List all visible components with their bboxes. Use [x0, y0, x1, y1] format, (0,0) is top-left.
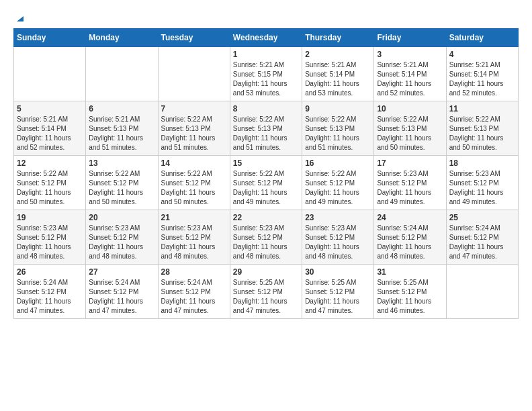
calendar-cell: 16Sunrise: 5:22 AMSunset: 5:12 PMDayligh… [302, 156, 374, 210]
day-number: 10 [377, 104, 443, 113]
day-number: 5 [17, 104, 83, 113]
calendar-cell: 23Sunrise: 5:23 AMSunset: 5:12 PMDayligh… [302, 210, 374, 265]
weekday-header-tuesday: Tuesday [158, 29, 230, 47]
calendar-cell: 20Sunrise: 5:23 AMSunset: 5:12 PMDayligh… [86, 210, 158, 265]
calendar-cell [14, 47, 86, 101]
calendar-cell: 2Sunrise: 5:21 AMSunset: 5:14 PMDaylight… [302, 47, 374, 101]
day-number: 8 [233, 104, 299, 113]
weekday-header-row: SundayMondayTuesdayWednesdayThursdayFrid… [14, 29, 519, 47]
weekday-header-wednesday: Wednesday [230, 29, 302, 47]
day-info: Sunrise: 5:23 AMSunset: 5:12 PMDaylight:… [233, 224, 299, 261]
calendar-cell: 27Sunrise: 5:24 AMSunset: 5:12 PMDayligh… [86, 265, 158, 319]
day-info: Sunrise: 5:21 AMSunset: 5:15 PMDaylight:… [233, 60, 299, 98]
day-number: 20 [89, 213, 154, 222]
svg-marker-0 [17, 16, 24, 21]
day-number: 1 [233, 50, 299, 59]
day-number: 4 [449, 50, 515, 59]
day-info: Sunrise: 5:22 AMSunset: 5:12 PMDaylight:… [161, 169, 227, 207]
calendar-cell: 1Sunrise: 5:21 AMSunset: 5:15 PMDaylight… [230, 47, 302, 101]
day-number: 9 [305, 104, 371, 113]
calendar-cell: 12Sunrise: 5:22 AMSunset: 5:12 PMDayligh… [14, 156, 86, 210]
day-number: 25 [449, 213, 515, 222]
week-row-5: 26Sunrise: 5:24 AMSunset: 5:12 PMDayligh… [14, 265, 519, 319]
calendar-cell: 24Sunrise: 5:24 AMSunset: 5:12 PMDayligh… [374, 210, 446, 265]
day-info: Sunrise: 5:25 AMSunset: 5:12 PMDaylight:… [377, 278, 443, 316]
day-info: Sunrise: 5:22 AMSunset: 5:12 PMDaylight:… [89, 169, 154, 207]
weekday-header-thursday: Thursday [302, 29, 374, 47]
day-info: Sunrise: 5:23 AMSunset: 5:12 PMDaylight:… [89, 224, 154, 261]
weekday-header-sunday: Sunday [14, 29, 86, 47]
calendar-cell [158, 47, 230, 101]
day-info: Sunrise: 5:22 AMSunset: 5:12 PMDaylight:… [17, 169, 83, 207]
day-info: Sunrise: 5:24 AMSunset: 5:12 PMDaylight:… [377, 224, 443, 261]
calendar-cell: 8Sunrise: 5:22 AMSunset: 5:13 PMDaylight… [230, 101, 302, 156]
day-info: Sunrise: 5:22 AMSunset: 5:13 PMDaylight:… [449, 115, 515, 152]
weekday-header-monday: Monday [86, 29, 158, 47]
day-info: Sunrise: 5:23 AMSunset: 5:12 PMDaylight:… [305, 224, 371, 261]
day-info: Sunrise: 5:23 AMSunset: 5:12 PMDaylight:… [377, 169, 443, 207]
calendar-cell: 29Sunrise: 5:25 AMSunset: 5:12 PMDayligh… [230, 265, 302, 319]
day-info: Sunrise: 5:22 AMSunset: 5:12 PMDaylight:… [233, 169, 299, 207]
calendar-cell: 9Sunrise: 5:22 AMSunset: 5:13 PMDaylight… [302, 101, 374, 156]
day-number: 11 [449, 104, 515, 113]
day-info: Sunrise: 5:21 AMSunset: 5:14 PMDaylight:… [305, 60, 371, 98]
day-number: 27 [89, 267, 154, 277]
day-info: Sunrise: 5:21 AMSunset: 5:14 PMDaylight:… [449, 60, 515, 98]
day-info: Sunrise: 5:23 AMSunset: 5:12 PMDaylight:… [161, 224, 227, 261]
day-info: Sunrise: 5:23 AMSunset: 5:12 PMDaylight:… [17, 224, 83, 261]
day-info: Sunrise: 5:21 AMSunset: 5:13 PMDaylight:… [89, 115, 154, 152]
calendar-cell: 17Sunrise: 5:23 AMSunset: 5:12 PMDayligh… [374, 156, 446, 210]
day-number: 12 [17, 158, 83, 168]
day-number: 28 [161, 267, 227, 277]
day-info: Sunrise: 5:24 AMSunset: 5:12 PMDaylight:… [449, 224, 515, 261]
day-number: 30 [305, 267, 371, 277]
day-info: Sunrise: 5:22 AMSunset: 5:12 PMDaylight:… [305, 169, 371, 207]
day-number: 24 [377, 213, 443, 222]
day-info: Sunrise: 5:24 AMSunset: 5:12 PMDaylight:… [17, 278, 83, 316]
logo [13, 13, 25, 21]
calendar-cell: 26Sunrise: 5:24 AMSunset: 5:12 PMDayligh… [14, 265, 86, 319]
day-number: 2 [305, 50, 371, 59]
day-info: Sunrise: 5:25 AMSunset: 5:12 PMDaylight:… [305, 278, 371, 316]
calendar-cell: 4Sunrise: 5:21 AMSunset: 5:14 PMDaylight… [446, 47, 518, 101]
day-info: Sunrise: 5:21 AMSunset: 5:14 PMDaylight:… [17, 115, 83, 152]
day-number: 21 [161, 213, 227, 222]
weekday-header-saturday: Saturday [446, 29, 518, 47]
calendar-cell: 22Sunrise: 5:23 AMSunset: 5:12 PMDayligh… [230, 210, 302, 265]
calendar-cell: 13Sunrise: 5:22 AMSunset: 5:12 PMDayligh… [86, 156, 158, 210]
day-number: 15 [233, 158, 299, 168]
day-info: Sunrise: 5:22 AMSunset: 5:13 PMDaylight:… [161, 115, 227, 152]
calendar-cell [446, 265, 518, 319]
day-info: Sunrise: 5:22 AMSunset: 5:13 PMDaylight:… [305, 115, 371, 152]
calendar-cell: 11Sunrise: 5:22 AMSunset: 5:13 PMDayligh… [446, 101, 518, 156]
calendar-cell: 19Sunrise: 5:23 AMSunset: 5:12 PMDayligh… [14, 210, 86, 265]
day-info: Sunrise: 5:24 AMSunset: 5:12 PMDaylight:… [161, 278, 227, 316]
day-info: Sunrise: 5:24 AMSunset: 5:12 PMDaylight:… [89, 278, 154, 316]
day-number: 17 [377, 158, 443, 168]
calendar-cell: 5Sunrise: 5:21 AMSunset: 5:14 PMDaylight… [14, 101, 86, 156]
day-number: 18 [449, 158, 515, 168]
calendar-cell: 31Sunrise: 5:25 AMSunset: 5:12 PMDayligh… [374, 265, 446, 319]
calendar-cell: 6Sunrise: 5:21 AMSunset: 5:13 PMDaylight… [86, 101, 158, 156]
calendar-cell: 25Sunrise: 5:24 AMSunset: 5:12 PMDayligh… [446, 210, 518, 265]
calendar-cell: 30Sunrise: 5:25 AMSunset: 5:12 PMDayligh… [302, 265, 374, 319]
calendar-cell: 10Sunrise: 5:22 AMSunset: 5:13 PMDayligh… [374, 101, 446, 156]
calendar-cell: 21Sunrise: 5:23 AMSunset: 5:12 PMDayligh… [158, 210, 230, 265]
day-info: Sunrise: 5:23 AMSunset: 5:12 PMDaylight:… [449, 169, 515, 207]
day-info: Sunrise: 5:25 AMSunset: 5:12 PMDaylight:… [233, 278, 299, 316]
logo-triangle-icon [14, 12, 25, 23]
day-number: 19 [17, 213, 83, 222]
week-row-2: 5Sunrise: 5:21 AMSunset: 5:14 PMDaylight… [14, 101, 519, 156]
day-info: Sunrise: 5:21 AMSunset: 5:14 PMDaylight:… [377, 60, 443, 98]
day-number: 3 [377, 50, 443, 59]
calendar-cell: 18Sunrise: 5:23 AMSunset: 5:12 PMDayligh… [446, 156, 518, 210]
day-number: 14 [161, 158, 227, 168]
day-info: Sunrise: 5:22 AMSunset: 5:13 PMDaylight:… [377, 115, 443, 152]
calendar-cell: 3Sunrise: 5:21 AMSunset: 5:14 PMDaylight… [374, 47, 446, 101]
day-number: 7 [161, 104, 227, 113]
day-number: 6 [89, 104, 154, 113]
calendar-cell: 14Sunrise: 5:22 AMSunset: 5:12 PMDayligh… [158, 156, 230, 210]
day-number: 16 [305, 158, 371, 168]
day-number: 26 [17, 267, 83, 277]
week-row-4: 19Sunrise: 5:23 AMSunset: 5:12 PMDayligh… [14, 210, 519, 265]
